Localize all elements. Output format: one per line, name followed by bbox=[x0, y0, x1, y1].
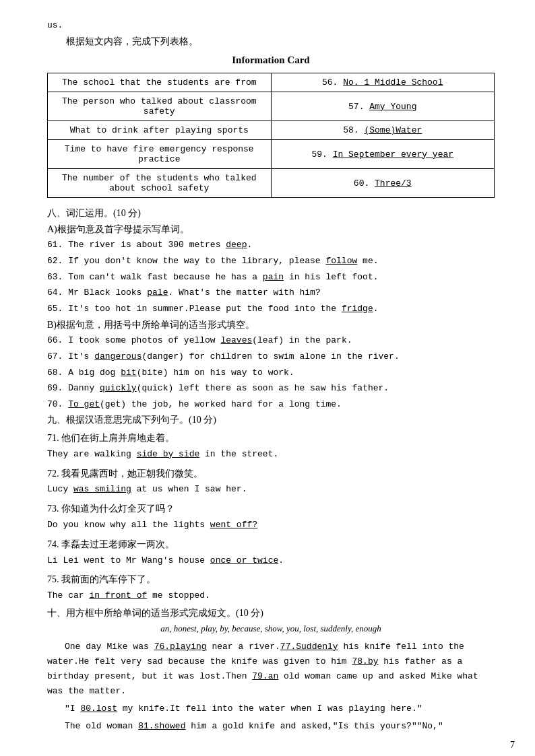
card-title: Information Card bbox=[47, 55, 495, 66]
vocab-line-b: 69. Danny quickly(quick) left there as s… bbox=[47, 382, 495, 396]
vocab-line-a: 62. If you don't know the way to the lib… bbox=[47, 254, 495, 269]
paragraph-1: One day Mike was 76.playing near a river… bbox=[47, 640, 495, 699]
table-cell-right: 57. Amy Young bbox=[271, 92, 495, 121]
top-us: us. bbox=[47, 20, 495, 30]
chinese-sentence: 75. 我前面的汽车停下了。 bbox=[47, 572, 495, 588]
vocab-line-a: 63. Tom can't walk fast because he has a… bbox=[47, 271, 495, 285]
instruction: 根据短文内容，完成下列表格。 bbox=[47, 36, 495, 48]
paragraph-2: "I 80.lost my knife.It fell into the wat… bbox=[47, 701, 495, 716]
vocab-line-b: 70. To get(get) the job, he worked hard … bbox=[47, 398, 495, 412]
vocab-line-b: 67. It's dangerous(danger) for children … bbox=[47, 350, 495, 364]
table-cell-right: 60. Three/3 bbox=[271, 169, 495, 198]
vocab-line-a: 61. The river is about 300 metres deep. bbox=[47, 238, 495, 252]
vocab-line-b: 68. A big dog bit(bite) him on his way t… bbox=[47, 366, 495, 380]
english-sentence: Li Lei went to Mr Wang's house once or t… bbox=[47, 554, 495, 568]
table-row: Time to have fire emergency response pra… bbox=[48, 140, 495, 169]
table-cell-left: The person who talked about classroom sa… bbox=[48, 92, 272, 121]
paragraph-3: The old woman 81.showed him a gold knife… bbox=[47, 719, 495, 734]
table-cell-left: The number of the students who talked ab… bbox=[48, 169, 272, 198]
table-cell-left: What to drink after playing sports bbox=[48, 121, 272, 140]
vocab-line-a: 64. Mr Black looks pale. What's the matt… bbox=[47, 286, 495, 300]
table-cell-left: The school that the students are from bbox=[48, 73, 272, 92]
table-cell-left: Time to have fire emergency response pra… bbox=[48, 140, 272, 169]
english-sentence: Lucy was smiling at us when I saw her. bbox=[47, 483, 495, 497]
info-table: The school that the students are from56.… bbox=[47, 73, 495, 198]
table-row: What to drink after playing sports58. (S… bbox=[48, 121, 495, 140]
page-number: 7 bbox=[510, 740, 515, 751]
section8-title: 八、词汇运用。(10 分) bbox=[47, 207, 495, 219]
chinese-sentence: 72. 我看见露西时，她正朝我们微笑。 bbox=[47, 466, 495, 482]
english-sentence: They are walking side by side in the str… bbox=[47, 448, 495, 462]
section10-title: 十、用方框中所给单词的适当形式完成短文。(10 分) bbox=[47, 607, 495, 619]
chinese-sentence: 71. 他们在街上肩并肩地走着。 bbox=[47, 430, 495, 446]
chinese-sentence: 74. 李磊去过王老师家一两次。 bbox=[47, 537, 495, 553]
section8-subtitleA: A)根据句意及首字母提示写单词。 bbox=[47, 224, 495, 236]
vocab-line-b: 66. I took some photos of yellow leaves(… bbox=[47, 334, 495, 348]
word-box: an, honest, play, by, because, show, you… bbox=[47, 623, 495, 634]
vocab-line-a: 65. It's too hot in summer.Please put th… bbox=[47, 302, 495, 316]
table-cell-right: 56. No. 1 Middle School bbox=[271, 73, 495, 92]
chinese-sentence: 73. 你知道为什么灯全灭了吗？ bbox=[47, 501, 495, 517]
table-cell-right: 59. In September every year bbox=[271, 140, 495, 169]
english-sentence: The car in front of me stopped. bbox=[47, 589, 495, 603]
english-sentence: Do you know why all the lights went off? bbox=[47, 518, 495, 532]
section9-title: 九、根据汉语意思完成下列句子。(10 分) bbox=[47, 414, 495, 426]
table-row: The number of the students who talked ab… bbox=[48, 169, 495, 198]
table-row: The school that the students are from56.… bbox=[48, 73, 495, 92]
section8-subtitleB: B)根据句意，用括号中所给单词的适当形式填空。 bbox=[47, 319, 495, 331]
table-row: The person who talked about classroom sa… bbox=[48, 92, 495, 121]
table-cell-right: 58. (Some)Water bbox=[271, 121, 495, 140]
